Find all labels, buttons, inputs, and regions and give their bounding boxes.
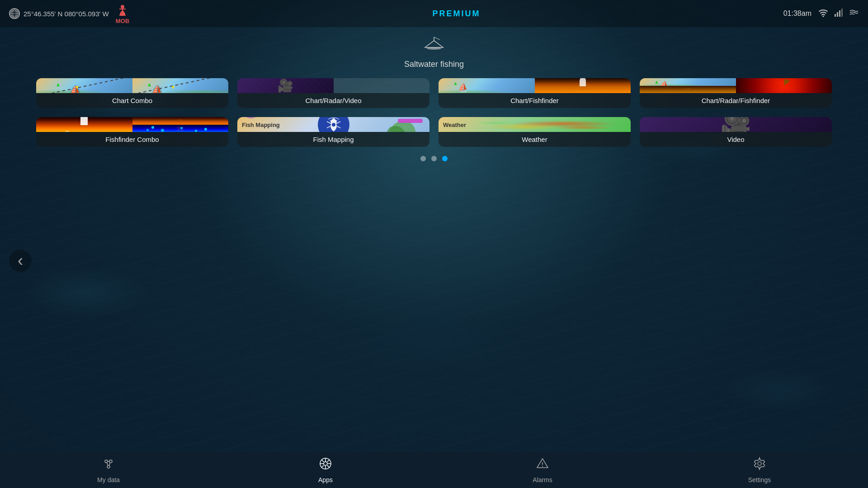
svg-point-26 <box>178 130 178 131</box>
svg-point-30 <box>109 460 112 463</box>
mob-button[interactable]: MOB <box>116 3 129 24</box>
card-chart-radar-video-label: Chart/Radar/Video <box>237 93 429 108</box>
card-chart-fishfinder[interactable]: ⛵ ▲ Chart/Fishfinder <box>439 78 631 108</box>
svg-point-29 <box>105 460 108 463</box>
card-video[interactable]: 🎥 Video <box>640 117 832 147</box>
card-chart-fishfinder-image: ⛵ ▲ <box>439 78 631 93</box>
bottom-nav: My data Apps Al <box>0 452 868 488</box>
pagination <box>420 156 448 161</box>
time-display: 01:38am <box>783 9 811 18</box>
card-video-label: Video <box>640 132 832 147</box>
gps-info: 25°46.355' N 080°05.093' W <box>9 8 109 19</box>
nav-item-alarms[interactable]: Alarms <box>509 457 576 483</box>
premium-label: PREMIUM <box>432 9 480 19</box>
page-title-area: Saltwater fishing <box>404 36 464 69</box>
card-fish-mapping[interactable]: Fish Mapping Fish Mapping <box>237 117 429 147</box>
signal-icon[interactable] <box>834 8 844 20</box>
card-chart-combo-label: Chart Combo <box>36 93 228 108</box>
svg-point-24 <box>178 128 179 129</box>
card-fish-mapping-image: Fish Mapping <box>237 117 429 132</box>
card-chart-combo-image: ⛵ ▲ ▼ ⛵ ▲ ▼ <box>36 78 228 93</box>
card-weather-label: Weather <box>439 132 631 147</box>
svg-line-34 <box>109 463 110 466</box>
main-content: Saltwater fishing ‹ ⛵ ▲ ▼ <box>0 27 868 452</box>
svg-line-44 <box>321 465 324 468</box>
settings-icon <box>753 457 766 474</box>
svg-point-36 <box>324 462 327 465</box>
card-chart-radar-fishfinder-image: ⛵ ▲ <box>640 78 832 93</box>
nav-item-my-data[interactable]: My data <box>75 457 142 483</box>
svg-point-8 <box>822 15 824 17</box>
nav-item-settings[interactable]: Settings <box>726 457 793 483</box>
topbar-icons <box>818 8 859 20</box>
apps-grid: ⛵ ▲ ▼ ⛵ ▲ ▼ Chart Combo <box>36 78 832 147</box>
svg-rect-12 <box>841 9 843 17</box>
card-fishfinder-combo-image <box>36 117 228 132</box>
svg-rect-10 <box>837 12 838 17</box>
topbar-left: 25°46.355' N 080°05.093' W MOB <box>9 3 129 24</box>
card-chart-radar-fishfinder-label: Chart/Radar/Fishfinder <box>640 93 832 108</box>
wind-icon[interactable] <box>849 8 859 20</box>
svg-rect-9 <box>835 14 836 17</box>
mob-label: MOB <box>116 18 129 24</box>
svg-point-46 <box>542 466 543 467</box>
svg-line-42 <box>327 465 330 468</box>
card-fishfinder-combo[interactable]: Fishfinder Combo <box>36 117 228 147</box>
my-data-icon <box>102 457 115 474</box>
pagination-dot-3[interactable] <box>442 156 448 161</box>
svg-point-25 <box>181 130 182 130</box>
topbar-right: 01:38am <box>783 8 859 20</box>
card-chart-radar-video[interactable]: ⛵ ▲ <box>237 78 429 108</box>
card-video-image: 🎥 <box>640 117 832 132</box>
card-fishfinder-combo-label: Fishfinder Combo <box>36 132 228 147</box>
page-title: Saltwater fishing <box>404 60 464 69</box>
card-chart-radar-video-image: ⛵ ▲ <box>237 78 429 93</box>
pagination-dot-1[interactable] <box>420 156 426 161</box>
wifi-icon[interactable] <box>818 8 828 20</box>
card-fish-mapping-label: Fish Mapping <box>237 132 429 147</box>
card-weather[interactable]: Weather Weather <box>439 117 631 147</box>
card-weather-image: Weather <box>439 117 631 132</box>
nav-label-alarms: Alarms <box>533 476 552 483</box>
gps-coordinates: 25°46.355' N 080°05.093' W <box>24 10 109 18</box>
card-chart-fishfinder-label: Chart/Fishfinder <box>439 93 631 108</box>
topbar: 25°46.355' N 080°05.093' W MOB PREMIUM 0… <box>0 0 868 27</box>
globe-icon <box>9 8 20 19</box>
svg-point-31 <box>107 465 110 468</box>
apps-icon <box>319 457 332 474</box>
alarms-icon <box>536 457 549 474</box>
card-chart-radar-fishfinder[interactable]: ⛵ ▲ <box>640 78 832 108</box>
svg-rect-11 <box>839 10 840 17</box>
nav-label-apps: Apps <box>318 476 333 483</box>
pagination-dot-2[interactable] <box>431 156 437 161</box>
svg-point-47 <box>758 462 761 465</box>
nav-item-apps[interactable]: Apps <box>292 457 359 483</box>
svg-point-5 <box>121 5 124 9</box>
svg-line-33 <box>107 463 108 466</box>
nav-arrow-left[interactable]: ‹ <box>9 249 32 272</box>
nav-label-settings: Settings <box>748 476 771 483</box>
boat-icon <box>423 36 445 56</box>
svg-line-43 <box>327 460 330 462</box>
svg-line-41 <box>321 460 324 462</box>
svg-point-28 <box>332 123 335 127</box>
nav-label-my-data: My data <box>97 476 120 483</box>
card-chart-combo[interactable]: ⛵ ▲ ▼ ⛵ ▲ ▼ Chart Combo <box>36 78 228 108</box>
